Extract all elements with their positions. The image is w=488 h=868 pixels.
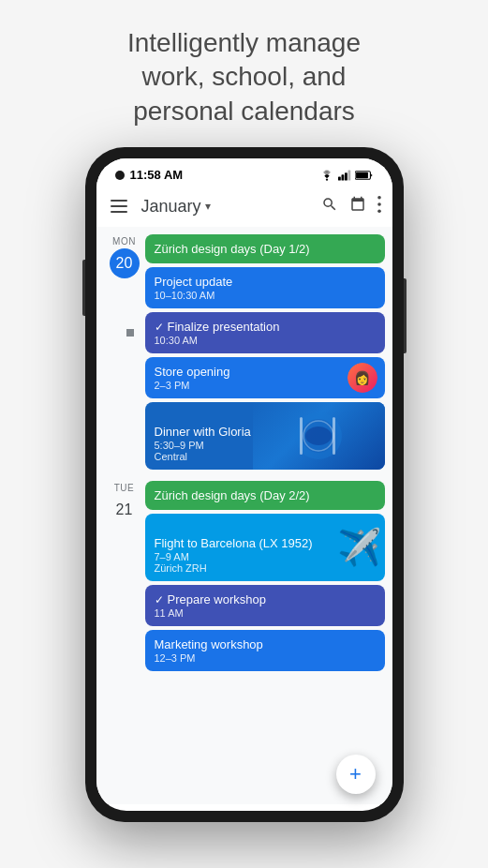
event-time: 2–3 PM [155, 380, 340, 391]
event-location: Central [155, 451, 376, 462]
status-bar: 11:58 AM [96, 158, 392, 186]
event-title: Store opening [155, 365, 340, 379]
event-location: Zürich ZRH [155, 562, 376, 574]
signal-icon [338, 170, 351, 181]
event-title: Project update [155, 275, 376, 289]
dropdown-arrow-icon: ▾ [205, 200, 211, 213]
svg-point-9 [377, 196, 381, 200]
search-button[interactable] [321, 196, 338, 217]
phone-mockup: 11:58 AM [85, 147, 404, 822]
svg-rect-2 [345, 172, 348, 180]
calendar-view-button[interactable] [349, 196, 366, 217]
event-project-update[interactable]: Project update 10–10:30 AM [145, 267, 385, 308]
event-prepare-workshop[interactable]: ✓Prepare workshop 11 AM [145, 585, 385, 626]
task-check-icon: ✓ [155, 321, 164, 334]
wifi-icon [319, 170, 334, 181]
event-title: ✓Finalize presentation [155, 320, 376, 334]
day-number-21: 21 [110, 495, 140, 525]
event-zurich-day2[interactable]: Zürich design days (Day 2/2) [145, 481, 385, 510]
tagline-line2: work, school, and [142, 62, 347, 91]
event-title: Zürich design days (Day 2/2) [155, 488, 376, 502]
event-dinner-gloria[interactable]: Dinner with Gloria 5:30–9 PM Central [145, 402, 385, 470]
month-selector[interactable]: January ▾ [141, 197, 314, 217]
tagline-line1: Intelligently manage [127, 28, 361, 57]
svg-rect-7 [111, 205, 127, 207]
camera-dot [115, 171, 125, 180]
fab-icon: + [349, 762, 362, 786]
task-check-icon: ✓ [155, 593, 164, 606]
event-title: Marketing workshop [155, 637, 376, 651]
battery-icon [355, 170, 374, 181]
events-tue21: Zürich design days (Day 2/2) ✈️ Flight t… [145, 481, 392, 671]
nav-bar: January ▾ [96, 186, 392, 227]
svg-rect-0 [338, 176, 341, 180]
month-label: January [141, 197, 201, 217]
event-title: ✓Prepare workshop [155, 592, 376, 606]
day-name-mon: MON [112, 236, 136, 247]
day-number-20: 20 [110, 248, 140, 278]
svg-rect-8 [111, 211, 127, 213]
status-icons [319, 170, 374, 181]
day-label-tue21: TUE 21 [104, 481, 145, 671]
day-section-mon20: MON 20 Zürich design days (Day 1/2) Proj… [96, 227, 392, 473]
svg-rect-1 [341, 174, 344, 180]
event-time: 11 AM [155, 607, 376, 619]
event-time: 12–3 PM [155, 652, 376, 664]
tagline: Intelligently manage work, school, and p… [90, 0, 398, 147]
event-title: Dinner with Gloria [155, 425, 376, 439]
event-finalize-pres[interactable]: ✓Finalize presentation 10:30 AM [145, 312, 385, 353]
tagline-line3: personal calendars [133, 97, 355, 126]
event-store-opening[interactable]: Store opening 2–3 PM 👩 [145, 357, 385, 398]
event-time: 10:30 AM [155, 335, 376, 346]
dinner-text: Dinner with Gloria 5:30–9 PM Central [155, 425, 376, 462]
event-flight-barcelona[interactable]: ✈️ Flight to Barcelona (LX 1952) 7–9 AM … [145, 514, 385, 581]
svg-rect-3 [348, 170, 350, 180]
flight-text: Flight to Barcelona (LX 1952) 7–9 AM Zür… [155, 536, 376, 574]
nav-actions [321, 196, 381, 217]
day-name-tue: TUE [114, 483, 135, 493]
svg-point-11 [377, 209, 381, 213]
create-event-fab[interactable]: + [336, 755, 376, 794]
event-zurich-day1[interactable]: Zürich design days (Day 1/2) [145, 234, 385, 263]
event-title: Flight to Barcelona (LX 1952) [155, 536, 376, 550]
avatar: 👩 [348, 363, 377, 393]
events-mon20: Zürich design days (Day 1/2) Project upd… [145, 234, 392, 470]
avatar-image: 👩 [348, 363, 377, 393]
status-left: 11:58 AM [115, 168, 184, 182]
more-options-button[interactable] [377, 196, 381, 217]
timeline-dot [126, 329, 134, 337]
svg-rect-5 [356, 172, 368, 177]
event-time: 10–10:30 AM [155, 290, 376, 301]
calendar-content: MON 20 Zürich design days (Day 1/2) Proj… [96, 227, 392, 804]
event-marketing-workshop[interactable]: Marketing workshop 12–3 PM [145, 630, 385, 671]
status-time: 11:58 AM [130, 168, 184, 182]
event-title: Zürich design days (Day 1/2) [155, 242, 376, 256]
svg-point-10 [377, 202, 381, 206]
svg-rect-6 [111, 200, 127, 202]
hamburger-menu[interactable] [104, 191, 134, 221]
day-label-mon20: MON 20 [104, 234, 145, 470]
event-time: 5:30–9 PM [155, 440, 376, 451]
event-time: 7–9 AM [155, 551, 376, 562]
day-section-tue21: TUE 21 Zürich design days (Day 2/2) ✈️ F… [96, 473, 392, 675]
phone-screen: 11:58 AM [96, 158, 392, 811]
